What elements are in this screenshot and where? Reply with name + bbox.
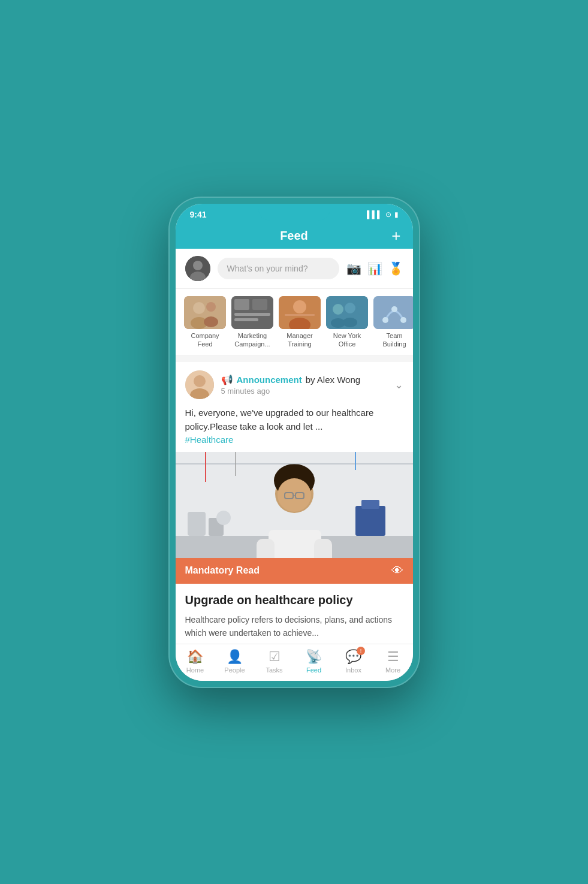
svg-point-4 xyxy=(193,302,205,314)
channel-name-manager-training: ManagerTraining xyxy=(287,331,312,349)
battery-icon: ▮ xyxy=(394,210,399,219)
svg-point-25 xyxy=(391,306,397,312)
nav-item-feed[interactable]: 📡 Feed xyxy=(299,649,329,674)
svg-rect-10 xyxy=(252,299,267,310)
nav-item-tasks[interactable]: ☑ Tasks xyxy=(260,649,290,674)
post-hashtag[interactable]: #Healthcare xyxy=(185,435,234,445)
nav-label-home: Home xyxy=(186,666,204,674)
home-icon: 🏠 xyxy=(187,649,203,665)
post-image: Mandatory Read 👁 xyxy=(176,452,413,584)
svg-point-18 xyxy=(333,304,343,315)
inbox-badge: ! xyxy=(357,647,365,655)
nav-label-feed: Feed xyxy=(306,666,321,674)
channel-thumb-team xyxy=(373,296,413,329)
wifi-icon: ⊙ xyxy=(385,210,391,219)
svg-point-26 xyxy=(400,317,406,323)
nav-item-home[interactable]: 🏠 Home xyxy=(180,649,210,674)
channel-name-team-building: TeamBuilding xyxy=(382,331,406,349)
main-content: What's on your mind? 📷 📊 🏅 xyxy=(176,249,413,644)
search-section: What's on your mind? 📷 📊 🏅 xyxy=(176,249,413,289)
svg-rect-33 xyxy=(188,512,206,536)
svg-rect-16 xyxy=(285,314,315,316)
svg-point-35 xyxy=(216,511,231,525)
post-meta: 📢 Announcement by Alex Wong 5 minutes ag… xyxy=(221,374,387,396)
nav-label-people: People xyxy=(224,666,245,674)
svg-point-5 xyxy=(206,302,216,312)
chevron-down-icon[interactable]: ⌄ xyxy=(394,378,403,391)
people-icon: 👤 xyxy=(227,649,243,665)
award-icon[interactable]: 🏅 xyxy=(388,261,403,276)
channel-item-manager-training[interactable]: ManagerTraining xyxy=(278,296,322,349)
svg-rect-36 xyxy=(355,506,385,536)
svg-point-7 xyxy=(204,316,218,327)
svg-point-20 xyxy=(357,306,365,315)
post-header: 📢 Announcement by Alex Wong 5 minutes ag… xyxy=(176,362,413,404)
more-icon: ☰ xyxy=(387,649,399,665)
channel-name-new-york-office: New YorkOffice xyxy=(333,331,361,349)
svg-point-22 xyxy=(343,318,357,327)
phone-frame: 9:41 ▌▌▌ ⊙ ▮ Feed + xyxy=(168,197,420,688)
user-avatar xyxy=(185,256,210,281)
svg-point-24 xyxy=(382,317,388,323)
nav-label-more: More xyxy=(385,666,400,674)
svg-rect-9 xyxy=(234,299,249,310)
status-time: 9:41 xyxy=(190,210,207,219)
status-icons: ▌▌▌ ⊙ ▮ xyxy=(367,210,399,219)
svg-rect-11 xyxy=(234,313,270,316)
megaphone-icon: 📢 xyxy=(221,374,233,385)
channel-item-company-feed[interactable]: CompanyFeed xyxy=(183,296,228,349)
article-title: Upgrade on healthcare policy xyxy=(185,593,403,607)
svg-point-40 xyxy=(278,478,311,512)
post-author: by Alex Wong xyxy=(306,375,360,385)
inbox-icon: 💬 ! xyxy=(345,649,361,665)
channel-thumb-newyork xyxy=(326,296,368,329)
channel-thumb-company xyxy=(184,296,226,329)
nav-item-people[interactable]: 👤 People xyxy=(220,649,250,674)
nav-item-inbox[interactable]: 💬 ! Inbox xyxy=(339,649,369,674)
article-text: Healthcare policy refers to decisions, p… xyxy=(185,613,403,640)
svg-point-14 xyxy=(293,300,306,313)
svg-rect-37 xyxy=(361,500,379,509)
nav-label-inbox: Inbox xyxy=(345,666,361,674)
phone-screen: 9:41 ▌▌▌ ⊙ ▮ Feed + xyxy=(176,204,413,681)
channel-thumb-manager xyxy=(279,296,321,329)
add-post-button[interactable]: + xyxy=(391,227,400,245)
svg-point-19 xyxy=(345,303,355,313)
nav-label-tasks: Tasks xyxy=(266,666,282,674)
svg-point-28 xyxy=(194,375,206,387)
post-author-avatar xyxy=(185,370,214,399)
post-card: 📢 Announcement by Alex Wong 5 minutes ag… xyxy=(176,362,413,643)
article-content: Upgrade on healthcare policy Healthcare … xyxy=(176,584,413,644)
svg-rect-12 xyxy=(234,318,258,321)
channel-item-team-building[interactable]: TeamBuilding xyxy=(372,296,413,349)
search-input[interactable]: What's on your mind? xyxy=(218,258,339,279)
channel-thumb-marketing xyxy=(231,296,273,329)
post-time: 5 minutes ago xyxy=(221,387,387,396)
channel-name-marketing: MarketingCampaign... xyxy=(234,331,270,349)
phone-notch xyxy=(258,204,330,221)
mandatory-label: Mandatory Read xyxy=(185,565,260,576)
search-placeholder: What's on your mind? xyxy=(227,264,308,273)
signal-icon: ▌▌▌ xyxy=(367,210,382,219)
search-action-icons: 📷 📊 🏅 xyxy=(346,261,403,276)
channel-item-marketing[interactable]: MarketingCampaign... xyxy=(230,296,275,349)
chart-icon[interactable]: 📊 xyxy=(367,261,382,276)
camera-icon[interactable]: 📷 xyxy=(346,261,361,276)
mandatory-read-bar: Mandatory Read 👁 xyxy=(176,558,413,584)
post-text: Hi, everyone, we've upgraded to our heal… xyxy=(176,404,413,452)
bottom-nav: 🏠 Home 👤 People ☑ Tasks 📡 Feed 💬 ! xyxy=(176,644,413,681)
post-announcement-line: 📢 Announcement by Alex Wong xyxy=(221,374,387,385)
nav-item-more[interactable]: ☰ More xyxy=(378,649,408,674)
announcement-label: Announcement xyxy=(237,375,302,385)
channel-item-new-york-office[interactable]: New YorkOffice xyxy=(325,296,370,349)
tasks-icon: ☑ xyxy=(269,649,281,665)
channel-name-company-feed: CompanyFeed xyxy=(191,331,219,349)
eye-icon: 👁 xyxy=(391,564,403,578)
post-body-text: Hi, everyone, we've upgraded to our heal… xyxy=(185,408,374,432)
header-title: Feed xyxy=(280,229,308,243)
svg-point-1 xyxy=(193,261,203,270)
feed-icon: 📡 xyxy=(306,649,322,665)
app-header: Feed + xyxy=(176,223,413,249)
channels-row: CompanyFeed xyxy=(176,289,413,357)
svg-rect-23 xyxy=(373,296,413,329)
